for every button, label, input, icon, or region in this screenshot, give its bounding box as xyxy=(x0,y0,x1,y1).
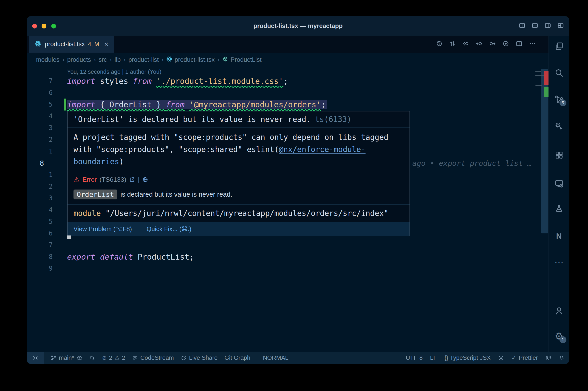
code-line[interactable]: 7 import styles from './product-list.mod… xyxy=(27,75,549,87)
line-content: export default ProductList; xyxy=(53,252,194,261)
codestream-status[interactable]: CodeStream xyxy=(132,354,174,361)
remote-indicator[interactable] xyxy=(27,352,44,364)
code-line[interactable]: 7 xyxy=(27,239,549,251)
line-number: 6 xyxy=(27,229,53,237)
minimap-line-mark xyxy=(535,71,541,72)
navigate-back-icon[interactable] xyxy=(462,40,469,48)
symbol-cube-icon xyxy=(222,56,228,64)
layout-panel-icon[interactable] xyxy=(531,22,538,30)
compare-changes-icon[interactable] xyxy=(449,40,456,48)
accounts-icon[interactable] xyxy=(554,305,565,316)
layout-split-icon[interactable] xyxy=(519,22,525,30)
encoding-status[interactable]: UTF-8 xyxy=(406,354,423,361)
run-debug-icon[interactable] xyxy=(554,121,565,132)
code-line-highlighted[interactable]: 5 import { OrderList } from '@myreactapp… xyxy=(27,98,549,110)
announcement-icon[interactable] xyxy=(545,355,551,361)
breadcrumb-item-file[interactable]: product-list.tsx xyxy=(166,56,215,64)
remote-icon xyxy=(32,355,39,361)
breadcrumb-item[interactable]: src xyxy=(98,56,107,63)
remote-explorer-icon[interactable] xyxy=(554,178,565,189)
line-number: 2 xyxy=(27,136,53,143)
nx-console-icon[interactable]: N xyxy=(554,230,565,241)
line-number: 4 xyxy=(27,112,53,120)
symbol-chip: OrderList xyxy=(74,190,117,199)
codestream-icon xyxy=(132,355,138,361)
chevron-right-icon: › xyxy=(124,56,126,63)
chevron-right-icon: › xyxy=(94,56,96,63)
line-content: import { OrderList } from '@myreactapp/m… xyxy=(53,100,327,109)
breadcrumb: modules › products › src › lib › product… xyxy=(27,53,549,67)
line-number: 7 xyxy=(27,241,53,249)
more-actions-icon[interactable] xyxy=(529,40,536,48)
problems-status[interactable]: ⊘ 2 ⚠ 2 xyxy=(102,354,125,361)
inline-git-blame: ago • export product list … xyxy=(412,159,532,168)
line-number: 7 xyxy=(27,77,53,85)
error-warning-icon: ⚠ xyxy=(74,176,80,184)
line-number: 6 xyxy=(27,89,53,97)
more-views-icon[interactable]: ⋯ xyxy=(554,257,565,268)
line-number: 2 xyxy=(27,183,53,190)
eol-status[interactable]: LF xyxy=(430,354,437,361)
line-number: 5 xyxy=(27,218,53,225)
git-compare-icon xyxy=(89,355,95,361)
extensions-icon[interactable] xyxy=(554,150,565,161)
language-status[interactable]: {} TypeScript JSX xyxy=(444,354,491,361)
manage-gear-icon[interactable]: ⚙ 1 xyxy=(554,331,565,342)
code-line[interactable]: 6 xyxy=(27,87,549,98)
search-icon[interactable] xyxy=(554,67,565,78)
globe-icon[interactable] xyxy=(142,177,148,183)
eslint-rule-link[interactable]: boundaries xyxy=(74,157,119,166)
source-control-icon[interactable]: 5 xyxy=(554,94,565,105)
branch-status[interactable]: main* xyxy=(51,354,82,361)
explorer-icon[interactable] xyxy=(554,41,565,52)
breadcrumb-item[interactable]: products xyxy=(67,56,91,63)
tab-label: product-list.tsx xyxy=(45,41,85,48)
breadcrumb-item[interactable]: modules xyxy=(36,56,60,63)
live-share-status[interactable]: Live Share xyxy=(181,354,218,361)
chevron-right-icon: › xyxy=(162,56,164,63)
code-line[interactable]: 8 export default ProductList; xyxy=(27,251,549,263)
line-number: 9 xyxy=(27,265,53,272)
line-number: 8 xyxy=(27,253,53,261)
line-number: 5 xyxy=(27,101,53,108)
source-control-badge: 5 xyxy=(560,99,566,106)
cloud-upload-icon xyxy=(76,355,82,361)
tab-close-icon[interactable]: × xyxy=(104,40,109,48)
open-external-icon[interactable] xyxy=(129,177,135,183)
chip-description: is declared but its value is never read. xyxy=(121,191,233,198)
breadcrumb-item[interactable]: product-list xyxy=(128,56,159,63)
minimap-line-mark xyxy=(535,75,544,76)
git-graph-status[interactable]: Git Graph xyxy=(224,354,250,361)
notifications-bell-icon[interactable] xyxy=(559,355,565,361)
overview-deleted-mark xyxy=(544,71,549,85)
warning-icon: ⚠ xyxy=(115,355,120,361)
react-icon xyxy=(166,56,172,64)
run-file-icon[interactable] xyxy=(502,40,509,48)
line-content: import styles from './product-list.modul… xyxy=(53,77,288,86)
tab-product-list[interactable]: product-list.tsx 4, M × xyxy=(29,36,114,53)
view-problem-button[interactable]: View Problem (⌥F8) xyxy=(74,225,132,233)
layout-grid-icon[interactable] xyxy=(557,22,564,30)
git-compare-status[interactable] xyxy=(89,355,95,361)
layout-sidebar-right-icon[interactable] xyxy=(544,22,551,30)
chevron-right-icon: › xyxy=(217,56,219,63)
quick-fix-button[interactable]: Quick Fix... (⌘.) xyxy=(147,225,191,233)
split-editor-icon[interactable] xyxy=(516,40,522,48)
popup-resize-handle[interactable] xyxy=(67,235,71,239)
code-line[interactable]: 9 xyxy=(27,263,549,274)
history-icon[interactable] xyxy=(436,40,443,48)
prettier-status[interactable]: ✓ Prettier xyxy=(511,354,538,361)
previous-change-icon[interactable] xyxy=(476,40,483,48)
error-label: Error xyxy=(83,176,97,183)
breadcrumb-item-symbol[interactable]: ProductList xyxy=(222,56,262,64)
window-title: product-list.tsx — myreactapp xyxy=(27,16,569,36)
line-number: 1 xyxy=(27,171,53,179)
feedback-smiley-icon[interactable] xyxy=(498,355,504,361)
eslint-rule-link[interactable]: @nx/enforce-module- xyxy=(279,145,366,154)
testing-flask-icon[interactable] xyxy=(554,203,565,214)
popup-actions: View Problem (⌥F8) Quick Fix... (⌘.) xyxy=(68,222,410,236)
vim-mode-status[interactable]: -- NORMAL -- xyxy=(257,354,294,361)
git-codelens[interactable]: You, 12 seconds ago | 1 author (You) xyxy=(67,69,162,75)
next-change-icon[interactable] xyxy=(489,40,496,48)
breadcrumb-item[interactable]: lib xyxy=(115,56,121,63)
